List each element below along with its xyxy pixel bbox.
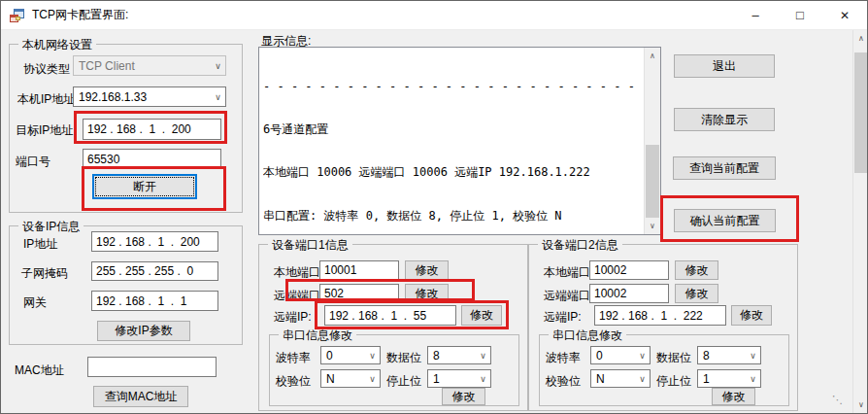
maximize-button[interactable]: □ — [778, 1, 822, 29]
port2-serial-modify-button[interactable]: 修改 — [712, 388, 755, 405]
port1-data-bits-select[interactable]: 8 ∨ — [427, 346, 491, 364]
port2-local-port-modify-button[interactable]: 修改 — [675, 260, 718, 280]
port1-local-port-modify-button[interactable]: 修改 — [405, 260, 449, 280]
device-ip-group: 设备IP信息 IP地址 192 . 168 . 1 . 200 子网掩码 255… — [9, 225, 243, 345]
port1-serial-group: 串口信息修改 波特率 0 ∨ 数据位 8 ∨ 校验位 N ∨ 停止位 — [269, 334, 519, 406]
scrollbar-up-icon[interactable]: ∧ — [853, 30, 868, 47]
display-info-textarea[interactable]: - - - - - - - - - - - - - - - - - - - - … — [258, 47, 661, 235]
mac-address-input[interactable] — [87, 357, 217, 377]
modify-button-label: 修改 — [416, 286, 439, 302]
chevron-down-icon: ∨ — [365, 351, 380, 361]
disconnect-button-label: 断开 — [133, 179, 156, 195]
data-bits-label: 数据位 — [386, 350, 421, 366]
app-icon-window-yellow — [16, 17, 20, 20]
port2-stop-bits-select[interactable]: 1 ∨ — [697, 369, 761, 388]
stop-bits-label: 停止位 — [386, 373, 421, 390]
target-ip-input[interactable]: 192 . 168 . 1 . 200 — [83, 119, 221, 140]
protocol-type-select[interactable]: TCP Client ∨ — [73, 55, 226, 76]
display-scrollbar[interactable]: ∧ ∨ — [644, 48, 660, 234]
target-ip-label: 目标IP地址 — [16, 122, 73, 139]
parity-label: 校验位 — [276, 373, 311, 390]
minimize-icon: – — [751, 8, 758, 22]
port2-serial-group: 串口信息修改 波特率 0 ∨ 数据位 8 ∨ 校验位 N ∨ 停止位 — [539, 334, 789, 406]
modify-button-label: 修改 — [740, 307, 763, 324]
port1-parity-select[interactable]: N ∨ — [320, 369, 381, 388]
clear-display-button[interactable]: 清除显示 — [674, 108, 775, 131]
port1-parity-value: N — [326, 372, 335, 386]
remote-port-label: 远端端口 — [274, 288, 320, 304]
port2-data-bits-value: 8 — [703, 349, 710, 362]
gateway-label: 网关 — [23, 294, 47, 311]
parity-label: 校验位 — [546, 373, 581, 390]
disconnect-button[interactable]: 断开 — [92, 174, 197, 199]
query-config-button[interactable]: 查询当前配置 — [673, 156, 776, 180]
gateway-input[interactable]: 192 . 168 . 1 . 1 — [91, 291, 218, 311]
port1-local-port-input[interactable]: 10001 — [319, 260, 399, 280]
modify-button-label: 修改 — [452, 389, 476, 405]
protocol-type-label: 协议类型 — [23, 61, 70, 78]
confirm-config-button[interactable]: 确认当前配置 — [674, 209, 776, 232]
port1-baud-rate-value: 0 — [326, 349, 333, 362]
window-scrollbar-thumb[interactable] — [854, 52, 868, 173]
local-network-group-title: 本机网络设置 — [18, 37, 96, 53]
modify-ip-params-label: 修改IP参数 — [115, 323, 172, 339]
ip-address-value: 192 . 168 . 1 . 200 — [96, 235, 200, 249]
port1-remote-ip-input[interactable]: 192 . 168 . 1 . 55 — [324, 305, 456, 326]
subnet-mask-input[interactable]: 255 . 255 . 255 . 0 — [91, 261, 218, 281]
port2-remote-port-modify-button[interactable]: 修改 — [675, 284, 718, 303]
scrollbar-down-icon[interactable]: ∨ — [645, 218, 660, 234]
local-ip-select[interactable]: 192.168.1.33 ∨ — [73, 86, 226, 107]
remote-ip-label: 远端IP: — [544, 309, 582, 326]
port1-remote-port-modify-button[interactable]: 修改 — [405, 284, 449, 303]
minimize-button[interactable]: – — [733, 1, 778, 29]
port2-local-port-value: 10002 — [594, 263, 626, 277]
maximize-icon: □ — [796, 8, 804, 22]
port1-local-port-value: 10001 — [324, 263, 356, 277]
port2-local-port-input[interactable]: 10002 — [589, 260, 669, 280]
query-mac-button[interactable]: 查询MAC地址 — [93, 386, 188, 407]
modify-button-label: 修改 — [722, 389, 746, 405]
device-port1-group: 设备端口1信息 本地端口 10001 修改 远端端口 502 修改 远端IP: … — [258, 244, 528, 411]
clear-display-label: 清除显示 — [701, 112, 748, 128]
port2-baud-rate-select[interactable]: 0 ∨ — [590, 346, 651, 364]
window-controls: – □ ✕ — [733, 1, 867, 29]
resize-grip-icon[interactable]: ⋱ — [832, 394, 843, 406]
baud-rate-label: 波特率 — [276, 350, 311, 366]
modify-ip-params-button[interactable]: 修改IP参数 — [97, 321, 190, 341]
close-button[interactable]: ✕ — [822, 1, 867, 29]
port2-remote-ip-value: 192 . 168 . 1 . 222 — [599, 309, 703, 323]
port2-stop-bits-value: 1 — [703, 372, 710, 386]
port1-remote-ip-modify-button[interactable]: 修改 — [461, 305, 502, 326]
port2-parity-select[interactable]: N ∨ — [590, 369, 651, 388]
ip-address-input[interactable]: 192 . 168 . 1 . 200 — [91, 231, 218, 252]
port1-remote-ip-value: 192 . 168 . 1 . 55 — [329, 309, 426, 323]
port1-serial-modify-button[interactable]: 修改 — [442, 388, 485, 405]
display-scrollbar-thumb[interactable] — [646, 145, 659, 219]
chevron-down-icon: ∨ — [635, 351, 650, 361]
device-port2-group-title: 设备端口2信息 — [538, 237, 622, 254]
port1-remote-port-input[interactable]: 502 — [319, 284, 399, 303]
modify-button-label: 修改 — [685, 262, 709, 279]
modify-button-label: 修改 — [685, 286, 709, 302]
port1-baud-rate-select[interactable]: 0 ∨ — [320, 346, 381, 364]
port-number-input[interactable]: 65530 — [83, 149, 221, 169]
port2-data-bits-select[interactable]: 8 ∨ — [697, 346, 761, 364]
port1-stop-bits-select[interactable]: 1 ∨ — [427, 369, 491, 388]
baud-rate-label: 波特率 — [546, 350, 581, 366]
local-port-label: 本地端口 — [544, 264, 590, 281]
port2-remote-ip-input[interactable]: 192 . 168 . 1 . 222 — [594, 305, 726, 326]
modify-button-label: 修改 — [470, 307, 493, 324]
exit-button[interactable]: 退出 — [674, 54, 775, 78]
port2-serial-group-title: 串口信息修改 — [549, 328, 626, 344]
window-scrollbar[interactable]: ∧ ∨ — [852, 30, 868, 413]
local-ip-label: 本机IP地址 — [17, 91, 75, 108]
scrollbar-up-icon[interactable]: ∧ — [645, 48, 660, 64]
port1-serial-group-title: 串口信息修改 — [279, 328, 356, 344]
scrollbar-down-icon[interactable]: ∨ — [853, 397, 868, 413]
chevron-down-icon: ∨ — [476, 374, 490, 384]
port2-remote-port-input[interactable]: 10002 — [589, 284, 669, 303]
window-title: TCP网卡配置界面: — [32, 7, 128, 23]
subnet-mask-label: 子网掩码 — [21, 265, 68, 282]
port2-remote-ip-modify-button[interactable]: 修改 — [731, 305, 772, 326]
confirm-config-label: 确认当前配置 — [690, 213, 760, 229]
